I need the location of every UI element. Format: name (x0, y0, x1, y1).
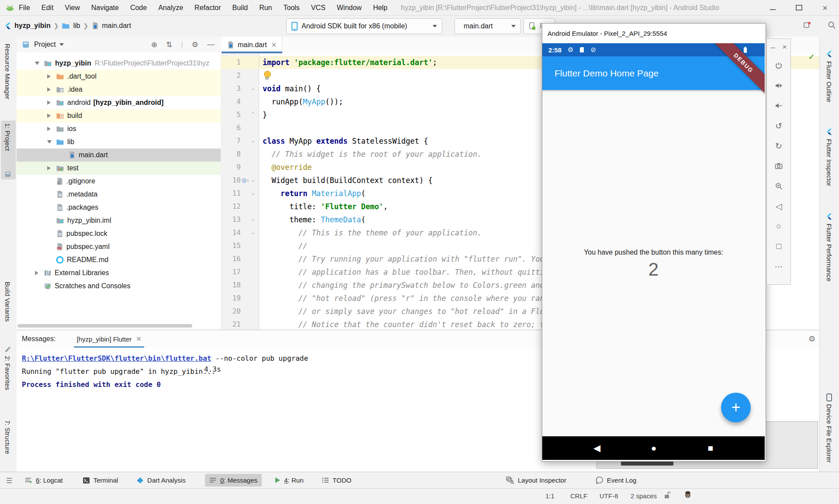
status-item-indent[interactable]: 2 spaces (631, 492, 657, 500)
emulator-power-icon[interactable] (767, 58, 790, 73)
emulator-camera-icon[interactable] (767, 159, 790, 173)
tree-item-main-dart[interactable]: main.dart (17, 148, 221, 162)
chevron-collapsed-icon[interactable] (47, 87, 55, 92)
fold-marker-icon[interactable]: ⌄ (250, 82, 257, 95)
emulator-minimize-icon[interactable]: – (767, 40, 779, 55)
messages-flutter-tab[interactable]: [hyzp_yibin] Flutter ✕ (74, 330, 144, 348)
emulator-rotate-right-icon[interactable]: ↻ (767, 138, 790, 153)
emulator-zoom-icon[interactable] (767, 179, 790, 193)
locate-file-icon[interactable]: ⊕ (151, 40, 157, 49)
stripe-button-build-variants[interactable]: Build Variants (4, 282, 11, 321)
stripe-button-device-file-explorer[interactable]: Device File Explorer (825, 404, 833, 463)
status-item-encoding[interactable]: UTF-8 (600, 492, 618, 500)
tree-item-android[interactable]: android [hyzp_yibin_android] (17, 96, 221, 109)
inspections-ok-icon[interactable]: ✓ (808, 52, 815, 62)
device-selector[interactable]: Android SDK built for x86 (mobile) (286, 18, 442, 34)
project-panel-title[interactable]: Project (34, 41, 56, 48)
chevron-collapsed-icon[interactable] (47, 166, 55, 170)
stripe-button-2-favorites[interactable]: 2: Favorites (4, 356, 11, 390)
tree-item-ios[interactable]: ios (17, 122, 221, 135)
chevron-collapsed-icon[interactable] (47, 100, 55, 105)
nav-back-icon[interactable]: ◀ (588, 436, 606, 460)
fold-marker-icon[interactable]: ⌃ (250, 108, 257, 121)
tool-window-button-todo[interactable]: TODO (317, 474, 356, 487)
tool-window-button-4-run[interactable]: 4: Run (270, 474, 308, 487)
collapse-all-icon[interactable]: ⇅ (166, 40, 172, 49)
settings-gear-icon[interactable]: ⚙ (192, 40, 198, 49)
tree-item-hyzp-yibin-iml[interactable]: hyzp_yibin.iml (17, 214, 221, 227)
emulator-home-icon[interactable]: ○ (767, 219, 790, 234)
tool-window-button-6-logcat[interactable]: 6: Logcat (20, 474, 67, 487)
notifications-face-icon[interactable] (684, 491, 692, 499)
menu-code[interactable]: Code (125, 4, 153, 12)
fold-marker-icon[interactable]: ⌄ (250, 174, 257, 187)
menu-run[interactable]: Run (253, 4, 277, 12)
horizontal-scrollbar[interactable] (17, 324, 192, 328)
chevron-expanded-icon[interactable] (35, 62, 43, 65)
fold-marker-icon[interactable]: ⌄ (250, 135, 257, 148)
console-file-link[interactable]: R:\Flutter\FlutterSDK\flutter\bin\flutte… (22, 354, 211, 362)
emulator-volume-down-icon[interactable] (767, 98, 790, 113)
tree-item-pubspec-yaml[interactable]: YMLpubspec.yaml (17, 240, 221, 253)
tree-item--dart-tool[interactable]: .dart_tool (17, 70, 221, 83)
stripe-button-flutter-performance[interactable]: Flutter Performance (825, 224, 833, 282)
tool-window-button-terminal[interactable]: Terminal (78, 474, 123, 487)
emulator-volume-up-icon[interactable] (767, 78, 790, 93)
tree-item-scratches-and-consoles[interactable]: Scratches and Consoles (17, 280, 221, 293)
menu-vcs[interactable]: VCS (305, 4, 331, 12)
tree-item--packages[interactable]: .packages (17, 201, 221, 214)
menu-refactor[interactable]: Refactor (189, 4, 226, 12)
status-item-line-ending[interactable]: CRLF (570, 492, 587, 500)
stripe-button-7-structure[interactable]: 7: Structure (4, 420, 11, 454)
fab-increment-button[interactable]: + (721, 393, 751, 422)
emulator-screen[interactable]: 2:58 ⚙ ⊘ Flutter Demo Home Page DEBUG Yo… (542, 43, 765, 461)
status-button-event-log[interactable]: Event Log (591, 474, 641, 487)
fold-marker-icon[interactable]: ⌄ (250, 226, 257, 239)
nav-overview-icon[interactable]: ■ (702, 436, 719, 460)
maximize-icon[interactable] (796, 5, 802, 10)
tree-item-lib[interactable]: lib (17, 135, 221, 148)
tree-item-external-libraries[interactable]: External Libraries (17, 266, 221, 280)
chevron-collapsed-icon[interactable] (47, 74, 55, 79)
status-button-layout-inspector[interactable]: Layout Inspector (502, 474, 571, 487)
tool-window-stripe-toggle-icon[interactable]: ☰ (6, 476, 12, 485)
emulator-rotate-left-icon[interactable]: ↺ (767, 118, 790, 133)
chevron-collapsed-icon[interactable] (47, 127, 55, 131)
stripe-button-flutter-outline[interactable]: Flutter Outline (825, 61, 833, 102)
override-marker-icon[interactable]: ◎↑ (242, 174, 250, 187)
emulator-more-icon[interactable]: ⋯ (767, 259, 790, 274)
stripe-button-resource-manager[interactable]: Resource Manager (4, 44, 11, 100)
emulator-back-icon[interactable]: ◁ (767, 199, 790, 214)
tool-window-button-dart-analysis[interactable]: Dart Analysis (132, 474, 190, 487)
breadcrumb-item[interactable]: hyzp_yibin (14, 22, 51, 30)
fold-marker-icon[interactable]: ⌄ (250, 187, 257, 200)
menu-window[interactable]: Window (331, 4, 367, 12)
tree-item--metadata[interactable]: .metadata (17, 188, 221, 201)
write-access-unlock-icon[interactable] (663, 491, 670, 499)
tree-item-hyzp-yibin[interactable]: hyzp_yibin R:\FlutterProject\FlutterProj… (17, 57, 221, 70)
tool-window-button-0-messages[interactable]: 0: Messages (205, 474, 262, 487)
chevron-expanded-icon[interactable] (47, 140, 55, 144)
attach-debugger-icon[interactable] (803, 21, 811, 29)
breadcrumb-item[interactable]: main.dart (102, 22, 131, 30)
hide-panel-icon[interactable]: — (207, 40, 215, 49)
emulator-overview-icon[interactable]: □ (767, 239, 790, 254)
menu-build[interactable]: Build (227, 4, 254, 12)
tree-item-readme-md[interactable]: README.md (17, 253, 221, 266)
search-everywhere-icon[interactable] (828, 21, 836, 29)
menu-analyze[interactable]: Analyze (153, 4, 189, 12)
tree-item--gitignore[interactable]: .gitignore (17, 175, 221, 188)
close-icon[interactable]: × (822, 5, 828, 10)
nav-home-icon[interactable]: ● (645, 436, 662, 460)
close-tab-icon[interactable]: ✕ (271, 41, 277, 49)
tree-item--idea[interactable]: .idea (17, 83, 221, 96)
settings-gear-icon[interactable]: ⚙ (808, 334, 815, 344)
stripe-button-1-project[interactable]: 1: Project (4, 123, 11, 151)
status-item-caret-position[interactable]: 1:1 (545, 492, 555, 500)
minimize-icon[interactable] (770, 6, 776, 10)
menu-help[interactable]: Help (367, 4, 393, 12)
emulator-title-bar[interactable]: Android Emulator - Pixel_2_API_29:5554 (542, 24, 766, 43)
close-tab-icon[interactable]: ✕ (136, 335, 142, 343)
editor-tab-main-dart[interactable]: main.dart ✕ (222, 37, 282, 53)
fold-marker-icon[interactable]: ⌄ (250, 213, 257, 226)
